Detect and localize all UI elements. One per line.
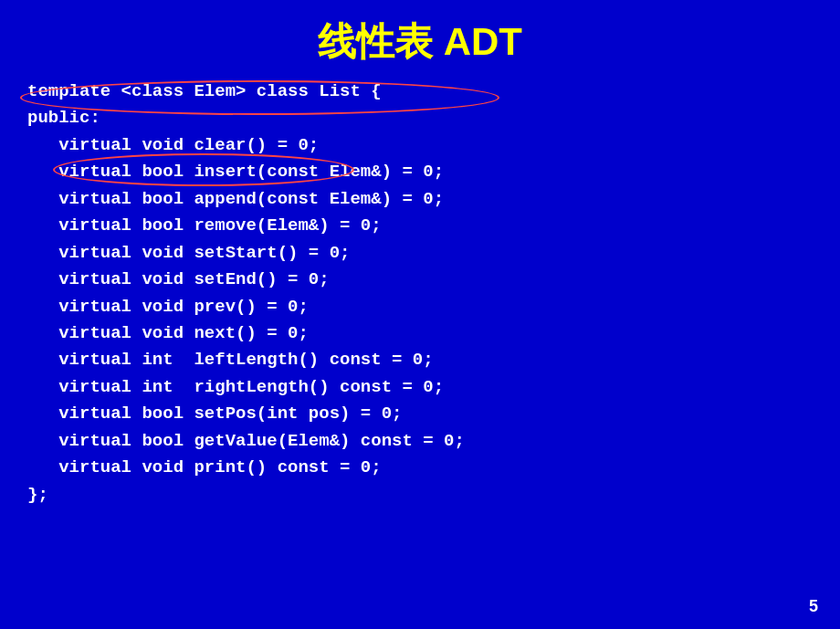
slide: 线性表 ADT template <class Elem> class List…: [0, 0, 840, 629]
code-block: template <class Elem> class List { publi…: [27, 79, 813, 508]
code-line-5: virtual bool append(const Elem&) = 0;: [27, 186, 813, 213]
code-line-14: virtual bool getValue(Elem&) const = 0;: [27, 428, 813, 455]
code-line-15: virtual void print() const = 0;: [27, 455, 813, 481]
code-line-16: };: [27, 482, 813, 508]
code-line-8: virtual void setEnd() = 0;: [27, 267, 813, 293]
slide-title: 线性表 ADT: [27, 9, 813, 68]
code-line-4: virtual bool insert(const Elem&) = 0;: [27, 159, 813, 185]
code-line-6: virtual bool remove(Elem&) = 0;: [27, 213, 813, 239]
code-line-1: template <class Elem> class List {: [27, 79, 813, 105]
code-line-12: virtual int rightLength() const = 0;: [27, 374, 813, 401]
code-line-11: virtual int leftLength() const = 0;: [27, 347, 813, 373]
code-line-7: virtual void setStart() = 0;: [27, 240, 813, 267]
code-line-3: virtual void clear() = 0;: [27, 132, 813, 159]
code-line-9: virtual void prev() = 0;: [27, 294, 813, 320]
code-line-2: public:: [27, 105, 813, 131]
code-line-10: virtual void next() = 0;: [27, 320, 813, 347]
code-line-13: virtual bool setPos(int pos) = 0;: [27, 401, 813, 427]
page-number: 5: [809, 597, 818, 616]
